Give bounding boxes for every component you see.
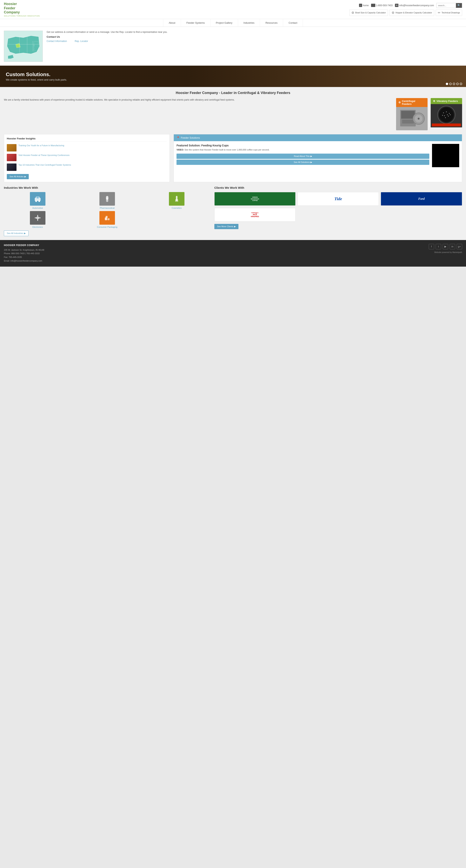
client-ford[interactable]: Ford bbox=[381, 192, 462, 206]
clients-section: Clients We Work With GREEN MOUNTAIN COFF… bbox=[214, 186, 462, 236]
main-content: Hoosier Feeder Company - Leader in Centr… bbox=[0, 87, 466, 240]
powered-by: Website powered by Marketpath bbox=[434, 251, 462, 253]
solutions-header: 📍 Feeder Solutions bbox=[174, 134, 462, 141]
bottom-section: Hoosier Feeder Insights Training Our You… bbox=[4, 134, 462, 182]
automotive-label: Automotive bbox=[32, 207, 43, 209]
nav-industries[interactable]: Industries bbox=[238, 19, 260, 27]
footer: HOOSIER FEEDER COMPANY 235 W. Jackson St… bbox=[0, 240, 466, 267]
hero-section: VT NH MA RI CT NJ Get our address & cont… bbox=[0, 27, 466, 87]
hero-dot-2[interactable] bbox=[449, 83, 452, 85]
svg-rect-36 bbox=[106, 198, 108, 200]
solutions-body: Featured Solution: Feeding Keurig Cups V… bbox=[174, 141, 462, 170]
clients-title: Clients We Work With bbox=[214, 186, 462, 189]
footer-company: HOOSIER FEEDER COMPANY bbox=[4, 244, 44, 247]
cosmetics-icon-box[interactable] bbox=[169, 192, 184, 206]
svg-point-32 bbox=[35, 200, 37, 202]
svg-rect-30 bbox=[432, 124, 461, 126]
see-all-industries-button[interactable]: See All Industries ▶ bbox=[4, 230, 29, 236]
client-tide[interactable]: Tide bbox=[298, 192, 379, 206]
email-link[interactable]: ✉ info@hoosierfeedercompany.com bbox=[395, 4, 434, 7]
svg-text:CT: CT bbox=[33, 48, 34, 49]
linkedin-icon[interactable]: in bbox=[450, 244, 455, 249]
insight-thumb-2 bbox=[7, 154, 17, 161]
rep-locator-link[interactable]: Rep. Locator bbox=[75, 40, 88, 42]
nav-feeder-systems[interactable]: Feeder Systems bbox=[181, 19, 211, 27]
drawings-icon: ✏ bbox=[438, 11, 440, 14]
insights-panel: Hoosier Feeder Insights Training Our You… bbox=[4, 134, 170, 182]
client-rice-krispies[interactable]: Kellogg's RICE KRISPIES bbox=[214, 208, 296, 222]
pharmaceutical-icon-box[interactable] bbox=[99, 192, 115, 206]
footer-email: Email: info@hoosierfeedercompany.com bbox=[4, 259, 44, 263]
nav-resources[interactable]: Resources bbox=[260, 19, 283, 27]
insight-link-1[interactable]: Training Our Youth for a Future in Manuf… bbox=[19, 144, 64, 147]
centrifugal-header[interactable]: ⚙ Centrifugal Feeders bbox=[396, 98, 428, 107]
hero-dot-1[interactable] bbox=[446, 83, 448, 85]
svg-point-29 bbox=[450, 114, 451, 115]
header-tools: ⚙ Bowl Size & Capacity Calculator ⚙ Hopp… bbox=[349, 9, 462, 16]
svg-rect-13 bbox=[401, 111, 415, 119]
vibratory-header[interactable]: ⚙ Vibratory Feeders bbox=[431, 98, 462, 104]
facebook-icon[interactable]: f bbox=[429, 244, 434, 249]
svg-text:NH: NH bbox=[33, 44, 34, 45]
industry-consumer-packaging: Consumer Packaging bbox=[73, 211, 141, 228]
arrow-icon: ▶ bbox=[310, 155, 312, 157]
svg-text:NJ: NJ bbox=[33, 49, 34, 50]
svg-point-21 bbox=[443, 113, 444, 113]
insight-link-2[interactable]: Visit Hoosier Feeder at These Upcoming C… bbox=[19, 154, 69, 157]
client-placeholder bbox=[298, 208, 311, 222]
svg-point-20 bbox=[439, 107, 454, 122]
googleplus-icon[interactable]: g+ bbox=[457, 244, 462, 249]
see-more-clients-button[interactable]: See More Clients ▶ bbox=[214, 224, 239, 229]
hopper-calculator-button[interactable]: ⚙ Hopper & Elevator Capacity Calculator bbox=[390, 9, 434, 16]
svg-point-25 bbox=[448, 116, 449, 117]
see-all-solutions-button[interactable]: See All Solutions ▶ bbox=[177, 160, 429, 165]
solution-title: Featured Solution: Feeding Keurig Cups bbox=[177, 144, 429, 147]
search-input[interactable] bbox=[436, 3, 456, 7]
video-description: VIDEO: See the system that Hoosier Feede… bbox=[177, 149, 429, 151]
svg-rect-43 bbox=[35, 217, 36, 218]
page-title: Hoosier Feeder Company - Leader in Centr… bbox=[4, 91, 462, 95]
hero-dot-3[interactable] bbox=[453, 83, 455, 85]
contact-info: Get our address & contact information or… bbox=[46, 31, 462, 42]
hero-content: Custom Solutions. We create systems to f… bbox=[6, 71, 460, 81]
industries-title: Industries We Work With bbox=[4, 186, 211, 189]
solutions-pin-icon: 📍 bbox=[177, 136, 180, 139]
centrifugal-card: ⚙ Centrifugal Feeders bbox=[396, 98, 428, 130]
solution-video[interactable] bbox=[432, 144, 459, 167]
bowl-calculator-button[interactable]: ⚙ Bowl Size & Capacity Calculator bbox=[349, 9, 388, 16]
svg-point-22 bbox=[446, 112, 447, 112]
industry-cosmetics: Cosmetics bbox=[143, 192, 211, 209]
automotive-icon-box[interactable] bbox=[30, 192, 45, 206]
phone-link[interactable]: 📞 1-800-593-7403 bbox=[371, 4, 393, 7]
consumer-packaging-label: Consumer Packaging bbox=[97, 226, 117, 228]
arrow-icon: ▶ bbox=[25, 175, 26, 178]
svg-point-28 bbox=[442, 115, 443, 116]
search-button[interactable]: 🔍 bbox=[456, 3, 462, 8]
hero-dot-5[interactable] bbox=[460, 83, 462, 85]
electronics-label: Electronics bbox=[32, 226, 43, 228]
svg-rect-45 bbox=[105, 217, 107, 220]
svg-rect-46 bbox=[107, 218, 110, 220]
insight-link-3[interactable]: Top 10 Industries That Use Centrifugal F… bbox=[19, 163, 71, 166]
nav-about[interactable]: About bbox=[163, 19, 181, 27]
solution-info: Featured Solution: Feeding Keurig Cups V… bbox=[177, 144, 429, 167]
hero-dot-4[interactable] bbox=[456, 83, 459, 85]
read-about-button[interactable]: Read About This ▶ bbox=[177, 154, 429, 159]
footer-left: HOOSIER FEEDER COMPANY 235 W. Jackson St… bbox=[4, 244, 44, 263]
home-link[interactable]: ⌂ home bbox=[359, 4, 369, 7]
search-box: 🔍 bbox=[436, 3, 462, 8]
phone-icon: 📞 bbox=[371, 4, 375, 7]
nav-project-gallery[interactable]: Project Gallery bbox=[211, 19, 238, 27]
client-gmc[interactable]: GREEN MOUNTAIN COFFEE bbox=[214, 192, 296, 206]
consumer-packaging-icon-box[interactable] bbox=[99, 211, 115, 225]
nav-contact[interactable]: Contact bbox=[283, 19, 303, 27]
technical-drawings-button[interactable]: ✏ Technical Drawings bbox=[436, 9, 462, 16]
contact-links: Contact Information Rep. Locator bbox=[46, 40, 462, 42]
twitter-icon[interactable]: t bbox=[436, 244, 441, 249]
contact-info-link[interactable]: Contact Information bbox=[46, 40, 67, 42]
youtube-icon[interactable]: ▶ bbox=[443, 244, 448, 249]
insight-item-1: Training Our Youth for a Future in Manuf… bbox=[7, 144, 167, 152]
see-all-articles-button[interactable]: See All Articles ▶ bbox=[7, 174, 29, 179]
electronics-icon-box[interactable] bbox=[30, 211, 45, 225]
svg-text:RI: RI bbox=[33, 46, 34, 48]
